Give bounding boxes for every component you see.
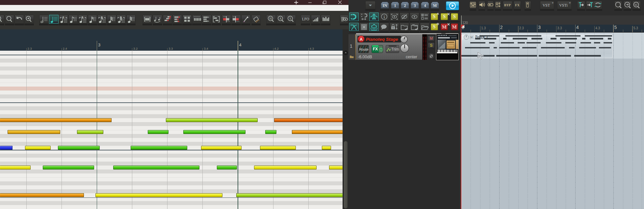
svg-text:BYP: BYP: [504, 3, 511, 7]
svg-text:A: A: [279, 17, 282, 20]
svg-text:4: 4: [424, 3, 426, 8]
svg-text:S: S: [290, 17, 292, 20]
svg-text:M: M: [433, 3, 437, 8]
svg-text:i: i: [383, 14, 385, 19]
svg-text:LFO: LFO: [302, 17, 309, 21]
svg-text:IN: IN: [383, 3, 387, 8]
svg-text:+: +: [552, 1, 554, 5]
svg-text:+: +: [569, 1, 571, 5]
svg-text:FX: FX: [515, 3, 520, 7]
svg-text:T: T: [392, 26, 394, 29]
svg-text:H: H: [270, 17, 272, 20]
svg-text:A: A: [360, 37, 363, 42]
svg-text:1: 1: [394, 3, 396, 8]
svg-text:2: 2: [404, 3, 406, 8]
svg-text:VSTi: VSTi: [559, 3, 568, 8]
svg-text:3: 3: [414, 3, 416, 8]
svg-text:VST: VST: [542, 3, 550, 8]
